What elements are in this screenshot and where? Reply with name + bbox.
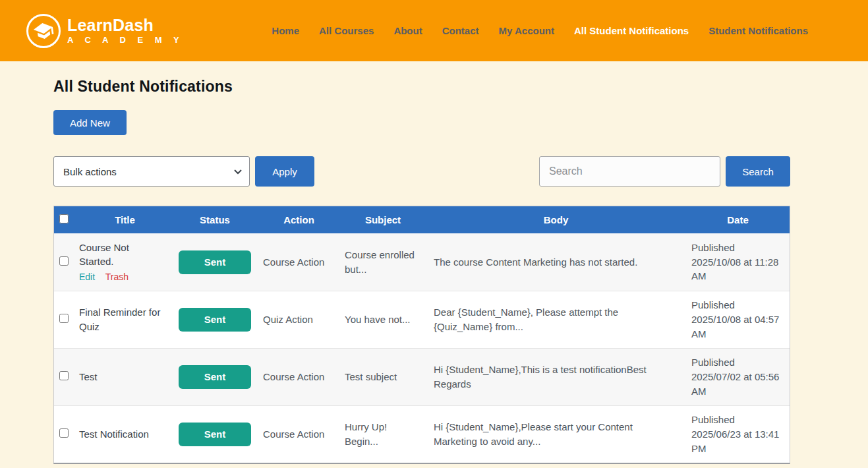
column-header-date: Date (686, 214, 790, 225)
status-badge: Sent (179, 250, 251, 274)
title-cell: Test (78, 363, 172, 391)
table-header-row: Title Status Action Subject Body Date (54, 206, 790, 233)
column-header-status: Status (172, 214, 258, 225)
nav-item-home[interactable]: Home (272, 25, 299, 36)
bulk-actions-select-wrap: Bulk actions (53, 156, 250, 187)
title-cell: Course Not Started. Edit Trash (78, 234, 172, 291)
row-checkbox-cell (54, 427, 78, 442)
notification-title: Course Not Started. (79, 241, 165, 270)
row-checkbox[interactable] (59, 428, 69, 438)
table-body: Course Not Started. Edit Trash Sent Cour… (54, 233, 790, 463)
status-cell: Sent (172, 308, 258, 332)
notification-title: Test Notification (79, 427, 165, 442)
main-content: All Student Notifications Add New Bulk a… (0, 61, 844, 464)
select-all-cell (54, 214, 78, 225)
edit-link[interactable]: Edit (79, 272, 95, 282)
body-preview-cell: Dear {Student_Name}, Please attempt the … (426, 301, 686, 338)
status-badge: Sent (179, 423, 251, 446)
column-header-body: Body (426, 214, 686, 225)
table-row: Test Notification Sent Course Action Hur… (54, 405, 790, 463)
action-type-cell: Course Action (258, 427, 340, 442)
subject-cell: You have not... (340, 308, 426, 331)
date-cell: Published 2025/10/08 at 11:28 AM (686, 237, 790, 287)
action-type-cell: Quiz Action (258, 312, 340, 327)
nav-item-all-student-notifications[interactable]: All Student Notifications (574, 25, 689, 36)
body-preview-cell: Hi {Student_Name},Please start your Cont… (426, 416, 686, 453)
main-nav: HomeAll CoursesAboutContactMy AccountAll… (272, 25, 868, 36)
column-header-subject: Subject (340, 214, 426, 225)
table-row: Final Reminder for Quiz Sent Quiz Action… (54, 291, 790, 348)
action-type-cell: Course Action (258, 255, 340, 270)
action-type-cell: Course Action (258, 370, 340, 384)
table-row: Test Sent Course Action Test subject Hi … (54, 348, 790, 405)
row-checkbox[interactable] (59, 256, 69, 266)
select-all-checkbox[interactable] (59, 214, 69, 223)
row-checkbox-cell (54, 312, 78, 327)
date-cell: Published 2025/06/23 at 13:41 PM (686, 409, 790, 459)
search-input[interactable] (539, 156, 720, 187)
nav-item-about[interactable]: About (393, 25, 422, 36)
subject-cell: Course enrolled but... (340, 244, 426, 281)
row-checkbox-cell (54, 255, 78, 270)
bulk-actions-select[interactable]: Bulk actions (53, 156, 250, 187)
nav-item-contact[interactable]: Contact (442, 25, 479, 36)
status-cell: Sent (172, 250, 258, 274)
subject-cell: Hurry Up! Begin... (340, 416, 426, 453)
site-logo[interactable]: LearnDash A C A D E M Y (26, 14, 184, 48)
table-row: Course Not Started. Edit Trash Sent Cour… (54, 233, 790, 291)
add-new-button[interactable]: Add New (53, 110, 127, 135)
page-title: All Student Notifications (53, 78, 844, 96)
title-cell: Test Notification (78, 421, 172, 448)
title-cell: Final Reminder for Quiz (78, 299, 172, 341)
notification-title: Test (79, 370, 165, 384)
brand-text: LearnDash A C A D E M Y (67, 16, 184, 45)
date-cell: Published 2025/10/08 at 04:57 AM (686, 294, 790, 345)
trash-link[interactable]: Trash (105, 272, 129, 282)
site-header: LearnDash A C A D E M Y HomeAll CoursesA… (0, 0, 868, 61)
list-controls: Bulk actions Apply Search (53, 156, 790, 187)
body-preview-cell: Hi {Student_Name},This is a test notific… (426, 359, 686, 395)
apply-button[interactable]: Apply (255, 156, 314, 187)
column-header-action: Action (258, 214, 340, 225)
row-actions: Edit Trash (79, 270, 165, 283)
row-checkbox[interactable] (59, 314, 69, 323)
nav-item-student-notifications[interactable]: Student Notifications (709, 25, 808, 36)
nav-item-my-account[interactable]: My Account (499, 25, 554, 36)
status-badge: Sent (179, 365, 251, 389)
status-badge: Sent (179, 308, 251, 332)
notification-title: Final Reminder for Quiz (79, 305, 165, 334)
nav-item-all-courses[interactable]: All Courses (319, 25, 374, 36)
body-preview-cell: The course Content Marketing has not sta… (426, 251, 686, 274)
brand-subtitle: A C A D E M Y (67, 36, 184, 45)
graduation-cap-icon (26, 14, 61, 48)
row-checkbox-cell (54, 370, 78, 384)
date-cell: Published 2025/07/02 at 05:56 AM (686, 351, 790, 402)
row-checkbox[interactable] (59, 371, 69, 380)
notifications-table: Title Status Action Subject Body Date Co… (53, 206, 790, 464)
subject-cell: Test subject (340, 366, 426, 388)
brand-name: LearnDash (67, 16, 184, 34)
column-header-title: Title (78, 214, 172, 225)
status-cell: Sent (172, 423, 258, 446)
search-button[interactable]: Search (726, 156, 790, 187)
status-cell: Sent (172, 365, 258, 389)
